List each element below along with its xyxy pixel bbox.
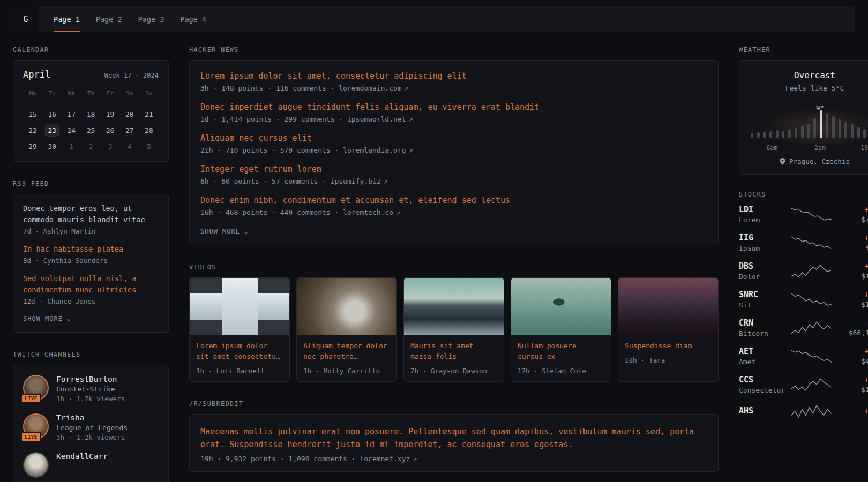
weather-bar <box>769 131 772 138</box>
calendar-day-cell: 21 <box>139 107 159 122</box>
calendar-day-cell: 28 <box>139 123 159 138</box>
video-card[interactable]: Nullam posuere cursus ex 17h · Stefan Co… <box>511 277 611 382</box>
twitch-channel-row[interactable]: LIVE Trisha League of Legends 3h · 1.2k … <box>23 413 159 441</box>
stock-price: $42.04 <box>838 244 868 252</box>
weather-bar <box>813 118 816 138</box>
stock-row[interactable]: AHS +0.46% <box>739 403 868 419</box>
hn-item-title[interactable]: Integer eget rutrum lorem <box>200 164 707 174</box>
stock-price: $795.18 <box>838 215 868 223</box>
hn-item-meta: 6h · 60 points · 57 comments · ipsumify.… <box>200 177 707 185</box>
video-card[interactable]: Lorem ipsum dolor sit amet consectetu… 1… <box>189 277 290 382</box>
calendar-day-cell: 24 <box>62 123 81 138</box>
rss-item-title[interactable]: In hac habitasse platea <box>23 244 159 255</box>
calendar-day-cell: 2 <box>81 139 100 154</box>
stock-change-percent: +4.35% <box>838 205 868 214</box>
stock-row[interactable]: CRN Bitcorn -1.00% $66,171.48 <box>739 318 868 337</box>
external-link-icon[interactable]: ↗ <box>413 455 417 463</box>
video-card[interactable]: Mauris sit amet massa felis 7h · Grayson… <box>403 277 504 382</box>
page-tab[interactable]: Page 1 <box>54 6 80 32</box>
rss-show-more-button[interactable]: SHOW MORE ⌄ <box>23 314 159 326</box>
channel-name[interactable]: Trisha <box>56 413 128 422</box>
calendar-week-year: Week 17 · 2024 <box>104 72 159 79</box>
video-title[interactable]: Suspendisse diam <box>625 341 712 351</box>
video-thumbnail[interactable] <box>618 278 718 335</box>
weather-bar <box>776 130 779 138</box>
rss-heading: RSS FEED <box>13 180 169 187</box>
stock-row[interactable]: AET Amet +0.92% $499.72 <box>739 347 868 366</box>
left-column: CALENDAR April Week 17 · 2024 MoTuWeThFr… <box>13 46 169 482</box>
calendar-month: April <box>23 69 50 80</box>
app-logo[interactable]: G <box>13 6 39 32</box>
stock-row[interactable]: LDI Lorem +4.35% $795.18 <box>739 205 868 224</box>
weather-bar <box>807 124 810 138</box>
video-title[interactable]: Aliquam tempor dolor nec pharetra… <box>303 341 390 362</box>
weather-bar <box>857 127 860 138</box>
video-thumbnail[interactable] <box>297 278 396 335</box>
hn-show-more-button[interactable]: SHOW MORE ⌄ <box>200 227 707 238</box>
stock-price: $499.72 <box>838 357 868 365</box>
external-link-icon[interactable]: ↗ <box>405 84 409 92</box>
stock-row[interactable]: DBS Dolor +1.42% $156.28 <box>739 261 868 281</box>
video-thumbnail[interactable] <box>511 278 611 335</box>
stock-row[interactable]: CCS Consectetur +0.51% $165.84 <box>739 375 868 394</box>
hn-item-meta: 21h · 710 points · 579 comments · loreml… <box>200 146 707 154</box>
twitch-list: LIVE ForrestBurton Counter-Strike 1h · 1… <box>23 375 159 478</box>
rss-item-title[interactable]: Donec tempor eros leo, ut commodo mauris… <box>23 203 159 225</box>
hn-item-meta: 16h · 468 points · 440 comments · loremt… <box>200 208 707 216</box>
video-title[interactable]: Nullam posuere cursus ex <box>518 341 604 362</box>
stock-row[interactable]: SNRC Sit +1.36% $148.64 <box>739 290 868 309</box>
video-card[interactable]: Suspendisse diam 18h · Tara <box>618 277 719 382</box>
twitch-channel-row[interactable]: KendallCarr <box>23 452 159 478</box>
video-thumbnail[interactable] <box>404 278 504 335</box>
page-tab[interactable]: Page 4 <box>180 6 206 32</box>
video-title[interactable]: Mauris sit amet massa felis <box>410 341 497 362</box>
subreddit-card: Maecenas mollis pulvinar erat non posuer… <box>189 414 719 472</box>
twitch-channel-row[interactable]: LIVE ForrestBurton Counter-Strike 1h · 1… <box>23 375 159 403</box>
hn-item-title[interactable]: Donec imperdiet augue tincidunt felis al… <box>200 102 707 112</box>
avatar[interactable]: LIVE <box>23 375 49 401</box>
channel-game: League of Legends <box>56 424 128 432</box>
video-title[interactable]: Lorem ipsum dolor sit amet consectetu… <box>196 341 283 362</box>
page-tab[interactable]: Page 3 <box>138 6 164 32</box>
rss-item-title[interactable]: Sed volutpat nulla nisl, a condimentum n… <box>23 273 159 296</box>
calendar-day-cell: 27 <box>120 123 139 138</box>
chevron-down-icon: ⌄ <box>66 316 71 321</box>
live-badge: LIVE <box>21 432 41 442</box>
calendar-dow-label: Sa <box>120 87 139 99</box>
calendar-dow-row: MoTuWeThFrSaSu <box>23 87 159 99</box>
stock-row[interactable]: IIG Ipsum +2.84% $42.04 <box>739 233 868 252</box>
weather-section: WEATHER Overcast Feels like 5°C 9° 6am2p… <box>739 46 868 175</box>
stock-symbol: DBS <box>739 261 785 271</box>
page-tab[interactable]: Page 2 <box>96 6 122 32</box>
calendar-days-grid: 1516171819202122232425262728293012345 <box>23 107 159 154</box>
channel-name[interactable]: ForrestBurton <box>56 375 125 383</box>
hn-item-meta: 1d · 1,414 points · 299 comments · ipsum… <box>200 115 707 123</box>
calendar-day-cell: 4 <box>120 139 139 154</box>
video-thumbnail[interactable] <box>190 278 289 335</box>
stock-sparkline-chart <box>791 320 833 336</box>
hn-item-title[interactable]: Lorem ipsum dolor sit amet, consectetur … <box>200 71 707 81</box>
dashboard-grid: CALENDAR April Week 17 · 2024 MoTuWeThFr… <box>13 46 828 482</box>
avatar[interactable] <box>23 452 49 478</box>
external-link-icon[interactable]: ↗ <box>384 177 388 185</box>
calendar-dow-label: Mo <box>23 87 42 99</box>
calendar-dow-label: We <box>62 87 81 99</box>
external-link-icon[interactable]: ↗ <box>409 115 413 123</box>
weather-bar <box>851 124 854 138</box>
reddit-post-title[interactable]: Maecenas mollis pulvinar erat non posuer… <box>200 425 707 451</box>
avatar[interactable]: LIVE <box>23 413 49 439</box>
external-link-icon[interactable]: ↗ <box>409 146 413 154</box>
hn-item-title[interactable]: Donec enim nibh, condimentum et accumsan… <box>200 195 707 205</box>
weather-location: Prague, Czechia <box>748 157 868 165</box>
rss-item-meta: 12d · Chance Jones <box>23 297 159 305</box>
stock-price: $165.84 <box>838 386 868 394</box>
stocks-heading: STOCKS <box>739 191 868 198</box>
weather-bar <box>863 129 866 138</box>
weather-time-tick: 6am <box>766 144 777 152</box>
video-card[interactable]: Aliquam tempor dolor nec pharetra… 1h · … <box>296 277 397 382</box>
twitch-card: LIVE ForrestBurton Counter-Strike 1h · 1… <box>13 365 169 482</box>
hn-item-title[interactable]: Aliquam nec cursus elit <box>200 133 707 143</box>
external-link-icon[interactable]: ↗ <box>396 208 400 216</box>
stock-change-percent: +1.42% <box>838 262 868 270</box>
channel-name[interactable]: KendallCarr <box>56 452 108 461</box>
